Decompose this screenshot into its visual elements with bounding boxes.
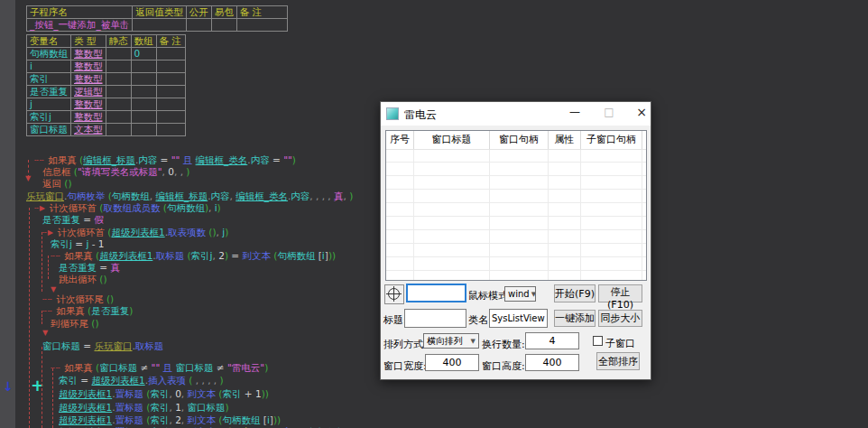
code-token: ≠ bbox=[213, 362, 226, 373]
code-token: 编辑框_类名 bbox=[235, 191, 288, 201]
code-token: 索引 bbox=[150, 388, 169, 399]
code-token: 取标题 bbox=[156, 250, 185, 261]
code-line[interactable]: 超级列表框1.置标题 (索引, 1, 窗口标题) bbox=[59, 402, 229, 414]
flow-marker-icon: ╌╌ bbox=[42, 307, 56, 315]
code-token: ) bbox=[349, 191, 353, 201]
code-line[interactable]: 超级列表框1.置标题 (索引, 0, 到文本 (索引 + 1)) bbox=[59, 388, 269, 400]
window-width-input[interactable] bbox=[425, 354, 479, 371]
code-line[interactable]: 索引j = j - 1 bbox=[51, 238, 104, 250]
code-line[interactable]: ╌▶ 计次循环首 (取数组成员数 (句柄数组), i) bbox=[34, 202, 221, 214]
code-token: 如果真 bbox=[64, 250, 93, 261]
code-line[interactable]: 信息框 ("请填写类名或标题", 0, , ) bbox=[42, 166, 189, 178]
child-window-checkbox[interactable] bbox=[593, 336, 603, 346]
class-input[interactable] bbox=[489, 309, 548, 328]
code-token: )) bbox=[328, 250, 336, 261]
code-line[interactable]: 乐玩窗口.句柄枚举 (句柄数组, 编辑框_标题.内容, 编辑框_类名.内容, ,… bbox=[26, 191, 353, 202]
code-token: 句柄数组 bbox=[277, 250, 315, 261]
listview-grid-line bbox=[580, 149, 581, 280]
code-token: )) bbox=[273, 414, 281, 425]
arrange-select[interactable]: 横向排列 ▼ bbox=[423, 333, 479, 349]
add-button[interactable]: 一键添加 bbox=[554, 310, 596, 327]
mouse-mode-label: 鼠标模式 bbox=[468, 289, 508, 302]
code-line[interactable]: 跳出循环 () bbox=[59, 274, 107, 285]
listview-column-header[interactable]: 序号 bbox=[386, 131, 414, 149]
code-token: ( bbox=[77, 154, 83, 165]
code-token: 置标题 bbox=[115, 402, 144, 413]
listview-body[interactable] bbox=[386, 149, 646, 280]
code-token: 超级列表框1 bbox=[59, 414, 112, 425]
listview-column-header[interactable]: 属性 bbox=[549, 131, 581, 149]
code-token: 置标题 bbox=[115, 388, 144, 399]
crosshair-icon bbox=[388, 288, 400, 300]
sync-size-button[interactable]: 同步大小 bbox=[598, 310, 642, 327]
code-token: 编辑框_类名 bbox=[196, 154, 248, 165]
window-listview[interactable]: 序号窗口标题窗口句柄属性子窗口句柄 bbox=[385, 130, 647, 281]
titlebar[interactable]: 雷电云 — □ × bbox=[381, 102, 651, 126]
code-line[interactable]: 窗口标题 = 乐玩窗口.取标题 bbox=[42, 340, 163, 352]
code-line[interactable]: 是否重复 = 假 bbox=[42, 214, 104, 226]
code-line[interactable]: 到循环尾 () bbox=[51, 318, 99, 330]
code-line[interactable]: ╌╌ 如果真 (窗口标题 ≠ "" 且 窗口标题 ≠ "雷电云") bbox=[51, 362, 268, 374]
mouse-mode-select[interactable]: wind ▼ bbox=[504, 286, 536, 302]
class-label: 类名: bbox=[468, 313, 492, 327]
code-token: 索引j bbox=[51, 238, 72, 249]
listview-column-header[interactable]: 窗口句柄 bbox=[490, 131, 549, 149]
listview-column-header[interactable]: 子窗口句柄 bbox=[581, 131, 642, 149]
wrap-count-input[interactable] bbox=[525, 332, 579, 349]
code-token: 是否重复 bbox=[42, 214, 80, 225]
stop-button[interactable]: 停止(F10) bbox=[598, 284, 642, 302]
code-token: [ bbox=[260, 414, 266, 425]
capture-input[interactable] bbox=[406, 284, 466, 302]
code-token: , , , , bbox=[192, 375, 219, 386]
code-token: 句柄数组 bbox=[112, 191, 150, 201]
code-line[interactable]: ╌╌ 如果真 (是否重复) bbox=[42, 305, 133, 317]
code-token: 插入表项 bbox=[148, 375, 186, 386]
code-token: 0 bbox=[168, 166, 174, 177]
code-line[interactable]: ╌╌ 如果真 (超级列表框1.取标题 (索引j, 2) = 到文本 (句柄数组 … bbox=[51, 250, 336, 262]
chevron-down-icon: ▼ bbox=[471, 338, 476, 345]
flow-marker-icon: ▼ bbox=[42, 329, 49, 337]
code-token: ) bbox=[220, 375, 224, 386]
flow-marker-icon: ╌╌ bbox=[34, 156, 48, 164]
code-token: "" bbox=[171, 154, 180, 165]
code-token: 到文本 bbox=[242, 250, 271, 261]
window-finder-button[interactable] bbox=[384, 284, 404, 304]
minimize-button[interactable]: — bbox=[563, 106, 586, 118]
code-token: , bbox=[181, 414, 188, 425]
listview-grid-line bbox=[413, 149, 414, 280]
code-token: 0 bbox=[175, 388, 181, 399]
code-token: 超级列表框1 bbox=[59, 388, 112, 399]
code-token: 跳出循环 bbox=[59, 274, 97, 284]
code-line[interactable]: ╌╌ 如果真 (编辑框_标题.内容 = "" 且 编辑框_类名.内容 = "") bbox=[34, 154, 296, 166]
window-height-input[interactable] bbox=[525, 354, 579, 371]
code-token: ) bbox=[225, 227, 228, 237]
flow-marker-icon: ╌╌ bbox=[51, 364, 64, 372]
window-height-label: 窗口高度: bbox=[482, 359, 525, 373]
code-line[interactable]: 超级列表框1.置标题 (索引, 2, 到文本 (句柄数组 [i])) bbox=[59, 414, 281, 426]
code-line[interactable]: 索引 = 超级列表框1.插入表项 ( , , , , ) bbox=[59, 375, 224, 386]
chevron-down-icon: ▼ bbox=[531, 291, 536, 298]
code-line[interactable]: 是否重复 = 真 bbox=[59, 262, 120, 274]
code-token: ( bbox=[160, 202, 166, 213]
code-token: 内容 bbox=[251, 154, 270, 165]
code-token: "" bbox=[152, 362, 161, 373]
code-line[interactable]: ╌▶ 计次循环首 (超级列表框1.取表项数 (), j) bbox=[42, 227, 228, 238]
listview-column-header[interactable]: 窗口标题 bbox=[414, 131, 490, 149]
code-token: 超级列表框1 bbox=[99, 250, 152, 261]
code-token: 内容 bbox=[291, 191, 309, 201]
code-token: 超级列表框1 bbox=[59, 402, 112, 413]
start-button[interactable]: 开始(F9) bbox=[554, 284, 596, 302]
code-token: 内容 bbox=[211, 191, 230, 201]
code-token: 如果真 bbox=[56, 305, 85, 316]
code-line[interactable]: 返回 () bbox=[42, 178, 72, 190]
code-line[interactable]: ╌╌ 计次循环尾 () bbox=[42, 293, 114, 305]
maximize-button[interactable]: □ bbox=[597, 106, 621, 118]
code-line[interactable]: ▼ bbox=[42, 327, 49, 339]
sort-all-button[interactable]: 全部排序 bbox=[596, 352, 640, 370]
close-button[interactable]: × bbox=[630, 105, 653, 119]
title-input[interactable] bbox=[404, 309, 466, 328]
code-token: , , bbox=[174, 166, 186, 177]
flow-marker-icon: ╌▶ bbox=[42, 228, 58, 237]
leidianyun-window: 雷电云 — □ × 序号窗口标题窗口句柄属性子窗口句柄 鼠标模式 wind ▼ … bbox=[380, 101, 651, 380]
code-token: = bbox=[72, 238, 86, 249]
